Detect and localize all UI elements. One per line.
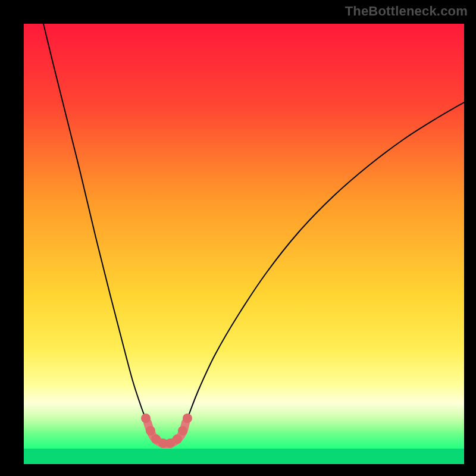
trough-dot: [173, 434, 182, 444]
plot-area: [24, 24, 464, 464]
trough-dot: [141, 414, 151, 423]
trough-dot: [146, 426, 155, 436]
bottom-green-band: [24, 449, 464, 464]
trough-dot: [178, 426, 187, 436]
trough-dot: [183, 414, 192, 423]
gradient-background: [24, 24, 464, 464]
chart-svg: [24, 24, 464, 464]
watermark-text: TheBottleneck.com: [345, 4, 468, 19]
image-frame: TheBottleneck.com: [0, 0, 476, 476]
